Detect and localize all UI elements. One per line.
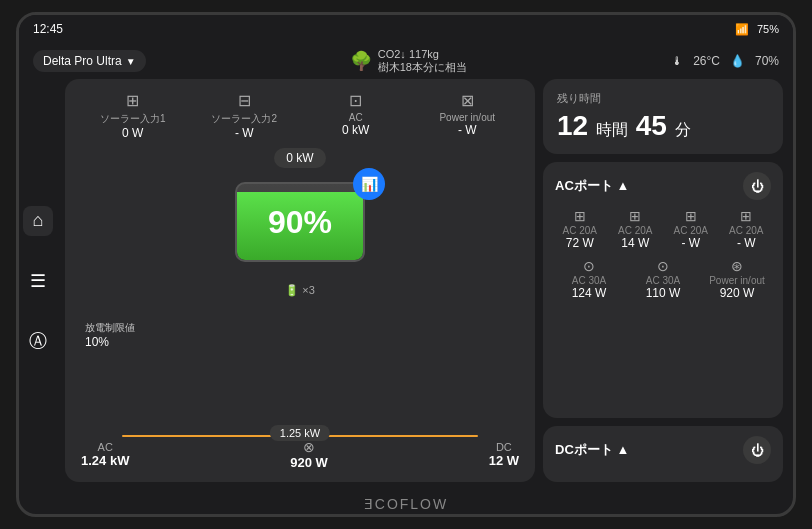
co2-amount: CO2↓ 117kg	[378, 48, 467, 60]
battery-status: 75%	[757, 23, 779, 35]
solar2-icon: ⊟	[189, 91, 301, 110]
dc-output: DC 12 W	[489, 441, 519, 468]
ac-port-grid-4: ⊞ AC 20A 72 W ⊞ AC 20A 14 W ⊞ AC 20A - W	[555, 208, 771, 250]
ac-port-2: ⊞ AC 20A 14 W	[611, 208, 661, 250]
ac-port1-icon: ⊞	[555, 208, 605, 224]
home-icon: ⌂	[33, 210, 44, 231]
flow-badge: 0 kW	[274, 148, 325, 168]
weather-info: 🌡 26°C 💧 70%	[671, 54, 779, 68]
logo-text: ƎCOFLOW	[364, 496, 448, 512]
time-card: 残り時間 12 時間 45 分	[543, 79, 783, 154]
sidebar-list[interactable]: ☰	[23, 266, 53, 296]
list-icon: ☰	[30, 270, 46, 292]
temperature: 26°C	[693, 54, 720, 68]
ac-power-button[interactable]: ⏻	[743, 172, 771, 200]
battery-body: 90%	[235, 182, 365, 262]
humidity: 70%	[755, 54, 779, 68]
ac-icon: ⊡	[300, 91, 412, 110]
thermometer-icon: 🌡	[671, 54, 683, 68]
time-label: 残り時間	[557, 91, 769, 106]
solar1-icon: ⊞	[77, 91, 189, 110]
ecoflow-logo: ƎCOFLOW	[19, 492, 793, 514]
dc-port-card: DCポート ▲ ⏻	[543, 426, 783, 482]
power-inout: ⊠ Power in/out - W	[412, 91, 524, 140]
ac-input: ⊡ AC 0 kW	[300, 91, 412, 140]
co2-info: 🌳 CO2↓ 117kg 樹木18本分に相当	[350, 48, 467, 75]
time-value: 12 時間 45 分	[557, 110, 769, 142]
time-display: 12:45	[33, 22, 63, 36]
device-selector[interactable]: Delta Pro Ultra ▼	[33, 50, 146, 72]
tree-icon: 🌳	[350, 50, 372, 72]
drop-icon: 💧	[730, 54, 745, 68]
ac-port4-icon: ⊞	[722, 208, 772, 224]
battery-count-label: 🔋 ×3	[285, 284, 315, 297]
time-hours: 12	[557, 110, 588, 141]
ac-port-30a-1: ⊙ AC 30A 124 W	[555, 258, 623, 300]
ac-output: AC 1.24 kW	[81, 441, 129, 468]
solar-input-2: ⊟ ソーラー入力2 - W	[189, 91, 301, 140]
sidebar-home[interactable]: ⌂	[23, 206, 53, 236]
solar-input-1: ⊞ ソーラー入力1 0 W	[77, 91, 189, 140]
chart-button[interactable]: 📊	[353, 168, 385, 200]
ac-port-grid-3: ⊙ AC 30A 124 W ⊙ AC 30A 110 W ⊛ Power in…	[555, 258, 771, 300]
top-bar: Delta Pro Ultra ▼ 🌳 CO2↓ 117kg 樹木18本分に相当…	[19, 43, 793, 79]
right-panel: 残り時間 12 時間 45 分 ACポート ▲ ⏻	[543, 79, 783, 482]
left-panel: ⊞ ソーラー入力1 0 W ⊟ ソーラー入力2 - W ⊡ AC 0 kW ⊠ …	[65, 79, 535, 482]
discharge-limit: 放電制限値 10%	[85, 321, 135, 349]
status-bar: 12:45 📶 75%	[19, 15, 793, 43]
co2-trees: 樹木18本分に相当	[378, 60, 467, 75]
status-icons: 📶 75%	[735, 23, 779, 36]
dropdown-arrow-icon: ▼	[126, 56, 136, 67]
device-name: Delta Pro Ultra	[43, 54, 122, 68]
sidebar-user[interactable]: Ⓐ	[23, 326, 53, 356]
ac-30a1-icon: ⊙	[555, 258, 623, 274]
discharge-value: 10%	[85, 335, 135, 349]
dc-power-icon: ⏻	[751, 443, 764, 458]
discharge-label: 放電制限値	[85, 321, 135, 335]
time-hours-unit: 時間	[596, 121, 628, 138]
flow-center: 0 kW 90% 📊 🔋 ×3	[77, 148, 523, 427]
ac-30a2-icon: ⊙	[629, 258, 697, 274]
ac-port2-icon: ⊞	[611, 208, 661, 224]
dc-port-title: DCポート ▲	[555, 441, 629, 459]
co2-details: CO2↓ 117kg 樹木18本分に相当	[378, 48, 467, 75]
power-io-icon: ⊠	[412, 91, 524, 110]
device-frame: 12:45 📶 75% Delta Pro Ultra ▼ 🌳 CO2↓ 117…	[16, 12, 796, 517]
battery-percentage: 90%	[268, 204, 332, 241]
chart-icon: 📊	[361, 176, 378, 192]
sidebar: ⌂ ☰ Ⓐ	[19, 79, 57, 482]
flow-line: 1.25 kW	[122, 435, 479, 437]
input-row: ⊞ ソーラー入力1 0 W ⊟ ソーラー入力2 - W ⊡ AC 0 kW ⊠ …	[77, 91, 523, 140]
ac-port-1: ⊞ AC 20A 72 W	[555, 208, 605, 250]
center-device: ⊗ 920 W	[290, 439, 328, 470]
power-io2-icon: ⊛	[703, 258, 771, 274]
ac-port-30a-2: ⊙ AC 30A 110 W	[629, 258, 697, 300]
time-minutes: 45	[636, 110, 667, 141]
time-minutes-unit: 分	[675, 121, 691, 138]
ac-port-3: ⊞ AC 20A - W	[666, 208, 716, 250]
flow-line-badge: 1.25 kW	[270, 425, 330, 441]
device-icon: ⊗	[290, 439, 328, 455]
ac-port-card: ACポート ▲ ⏻ ⊞ AC 20A 72 W ⊞ AC 20A 1	[543, 162, 783, 418]
power-inout-port: ⊛ Power in/out 920 W	[703, 258, 771, 300]
ac-port-header: ACポート ▲ ⏻	[555, 172, 771, 200]
flow-line-area: 1.25 kW	[77, 435, 523, 437]
content-area: ⌂ ☰ Ⓐ ⊞ ソーラー入力1 0 W ⊟ ソーラー入力2 -	[19, 79, 793, 492]
wifi-icon: 📶	[735, 23, 749, 36]
ac-port-title: ACポート ▲	[555, 177, 629, 195]
dc-power-button[interactable]: ⏻	[743, 436, 771, 464]
bottom-flow: 1.25 kW AC 1.24 kW ⊗ 920 W DC 12 W	[77, 435, 523, 470]
ac-port-4: ⊞ AC 20A - W	[722, 208, 772, 250]
battery-display: 90%	[235, 182, 365, 272]
ac-power-icon: ⏻	[751, 179, 764, 194]
user-icon: Ⓐ	[29, 329, 47, 353]
dc-port-header: DCポート ▲ ⏻	[555, 436, 771, 464]
ac-port3-icon: ⊞	[666, 208, 716, 224]
bottom-items: AC 1.24 kW ⊗ 920 W DC 12 W	[77, 439, 523, 470]
